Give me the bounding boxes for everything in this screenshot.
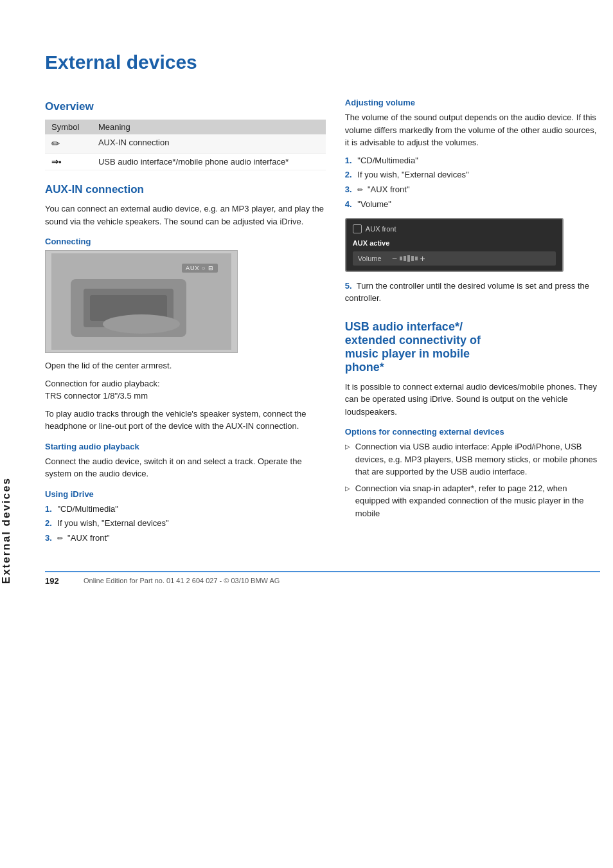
footer-page-num: 192 bbox=[45, 576, 71, 586]
pencil-icon bbox=[357, 183, 364, 192]
aux-screen: AUX front AUX active Volume – + bbox=[345, 218, 564, 272]
starting-audio-heading: Starting audio playback bbox=[45, 442, 326, 451]
main-content: External devices Overview Symbol Meaning… bbox=[45, 0, 600, 611]
table-row: ⇒• USB audio interface*/mobile phone aud… bbox=[45, 154, 326, 170]
open-lid-text: Open the lid of the center armrest. bbox=[45, 359, 326, 372]
overview-table: Symbol Meaning ✏ AUX-IN connection ⇒• US… bbox=[45, 120, 326, 170]
page-title: External devices bbox=[45, 51, 600, 73]
v-bar-2 bbox=[404, 256, 406, 261]
overview-heading: Overview bbox=[45, 100, 326, 113]
list-item: 3. "AUX front" bbox=[345, 183, 600, 197]
connecting-heading: Connecting bbox=[45, 237, 326, 246]
symbol-pencil: ✏ bbox=[45, 134, 92, 154]
connecting-image: AUX ○ ⊟ bbox=[45, 250, 238, 353]
col-left: Overview Symbol Meaning ✏ AUX-IN connect… bbox=[45, 89, 326, 552]
list-item: 3. "AUX front" bbox=[45, 532, 326, 545]
screen-active-label: AUX active bbox=[353, 239, 389, 247]
adjusting-volume-heading: Adjusting volume bbox=[345, 98, 600, 107]
list-item: 4. "Volume" bbox=[345, 198, 600, 212]
v-bar-1 bbox=[400, 257, 402, 260]
list-text: "CD/Multimedia" bbox=[57, 504, 118, 514]
options-heading: Options for connecting external devices bbox=[345, 427, 600, 437]
v-bar-4 bbox=[411, 256, 414, 261]
list-item: 2. If you wish, "External devices" bbox=[345, 168, 600, 182]
sidebar-label: External devices bbox=[0, 477, 13, 584]
usb-section-heading: USB audio interface*/extended connectivi… bbox=[345, 320, 600, 374]
pencil-icon bbox=[57, 532, 64, 540]
meaning-usb: USB audio interface*/mobile phone audio … bbox=[92, 154, 326, 170]
volume-label: Volume bbox=[358, 255, 390, 262]
list-item: 1. "CD/Multimedia" bbox=[45, 503, 326, 516]
list-item: Connection via snap-in adapter*, refer t… bbox=[345, 482, 600, 520]
list-num: 2. bbox=[345, 170, 352, 179]
footer-text: Online Edition for Part no. 01 41 2 604 … bbox=[84, 577, 280, 584]
screen-active-row: AUX active bbox=[353, 237, 556, 249]
screen-icon bbox=[353, 224, 362, 233]
usb-body: It is possible to connect external audio… bbox=[345, 381, 600, 419]
list-text: If you wish, "External devices" bbox=[357, 170, 468, 179]
list-num: 3. bbox=[45, 533, 52, 543]
volume-minus-icon: – bbox=[393, 254, 397, 263]
list-text: "CD/Multimedia" bbox=[357, 156, 418, 165]
screen-title: AUX front bbox=[366, 225, 396, 233]
col-right: Adjusting volume The volume of the sound… bbox=[345, 89, 600, 552]
connection-text: Connection for audio playback:TRS connec… bbox=[45, 377, 326, 402]
list-num: 4. bbox=[345, 199, 352, 209]
list-text: "AUX front" bbox=[368, 185, 410, 194]
two-col-layout: Overview Symbol Meaning ✏ AUX-IN connect… bbox=[45, 89, 600, 552]
symbol-usb: ⇒• bbox=[45, 154, 92, 170]
adjusting-volume-list: 1. "CD/Multimedia" 2. If you wish, "Exte… bbox=[345, 154, 600, 212]
using-idrive-list: 1. "CD/Multimedia" 2. If you wish, "Exte… bbox=[45, 503, 326, 545]
list-item: 1. "CD/Multimedia" bbox=[345, 154, 600, 168]
list-num: 2. bbox=[45, 518, 52, 528]
list-num: 1. bbox=[345, 156, 352, 165]
list-item: 2. If you wish, "External devices" bbox=[45, 517, 326, 530]
adjusting-volume-body: The volume of the sound output depends o… bbox=[345, 111, 600, 149]
step5-text: 5. Turn the controller until the desired… bbox=[345, 280, 600, 305]
aux-image-label: AUX ○ ⊟ bbox=[182, 264, 218, 273]
volume-plus-icon: + bbox=[420, 253, 425, 264]
list-text: If you wish, "External devices" bbox=[57, 518, 168, 528]
list-item: Connection via USB audio interface: Appl… bbox=[345, 440, 600, 478]
options-list: Connection via USB audio interface: Appl… bbox=[345, 440, 600, 520]
table-header-meaning: Meaning bbox=[92, 120, 326, 134]
v-bar-5 bbox=[415, 257, 418, 260]
play-audio-text: To play audio tracks through the vehicle… bbox=[45, 408, 326, 433]
svg-point-4 bbox=[103, 314, 180, 334]
footer: 192 Online Edition for Part no. 01 41 2 … bbox=[45, 571, 600, 586]
volume-bar: Volume – + bbox=[353, 251, 556, 266]
table-row: ✏ AUX-IN connection bbox=[45, 134, 326, 154]
meaning-aux: AUX-IN connection bbox=[92, 134, 326, 154]
volume-bars bbox=[400, 255, 418, 262]
starting-audio-body: Connect the audio device, switch it on a… bbox=[45, 455, 326, 480]
aux-in-heading: AUX-IN connection bbox=[45, 183, 326, 196]
screen-title-bar: AUX front bbox=[353, 224, 556, 233]
table-header-symbol: Symbol bbox=[45, 120, 92, 134]
list-num: 1. bbox=[45, 504, 52, 514]
using-idrive-heading: Using iDrive bbox=[45, 489, 326, 499]
aux-in-body: You can connect an external audio device… bbox=[45, 203, 326, 228]
list-num: 3. bbox=[345, 185, 352, 194]
list-text: "AUX front" bbox=[67, 533, 110, 543]
sidebar: External devices bbox=[0, 0, 35, 868]
list-text: "Volume" bbox=[357, 199, 391, 209]
v-bar-3 bbox=[407, 255, 410, 262]
